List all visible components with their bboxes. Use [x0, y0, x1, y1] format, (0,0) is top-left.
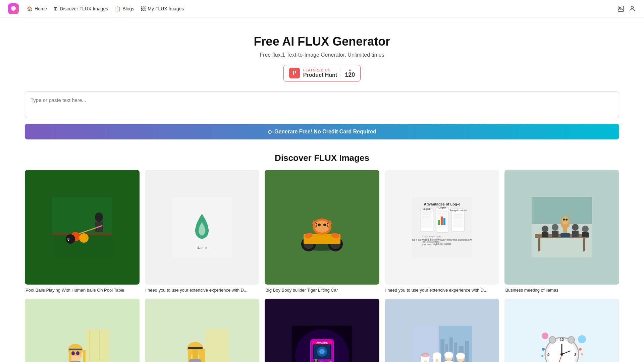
- ph-text: FEATURED ON Product Hunt: [303, 68, 337, 78]
- gallery-item-clock[interactable]: 12 3 6 9: [504, 299, 619, 362]
- svg-rect-87: [83, 350, 86, 362]
- svg-rect-62: [538, 238, 540, 251]
- blog-icon: 📋: [115, 6, 120, 11]
- app-logo[interactable]: [8, 3, 19, 14]
- svg-rect-97: [205, 329, 229, 362]
- user-profile-button[interactable]: [629, 5, 636, 12]
- svg-rect-52: [453, 217, 462, 218]
- gallery-item-loge[interactable]: Advantages of Log-e Logark Logark: [385, 170, 499, 293]
- svg-text:8: 8: [67, 237, 69, 241]
- svg-rect-63: [583, 238, 585, 251]
- svg-rect-42: [438, 211, 447, 212]
- gallery-item-arcade[interactable]: ARCADE: [265, 299, 379, 362]
- svg-rect-38: [422, 218, 429, 218]
- svg-rect-36: [422, 214, 429, 215]
- image-search-button[interactable]: [617, 5, 625, 12]
- svg-point-114: [319, 349, 325, 354]
- svg-rect-51: [453, 216, 461, 216]
- discover-title: Discover FLUX Images: [25, 153, 619, 163]
- svg-rect-79: [582, 232, 589, 237]
- svg-text:Budget control: Budget control: [450, 209, 467, 212]
- svg-rect-83: [99, 331, 100, 361]
- gallery-item-arab-meeting[interactable]: [385, 299, 499, 362]
- nav-blogs[interactable]: 📋 Blogs: [115, 6, 134, 11]
- ph-vote-count: ▲ 120: [340, 68, 355, 78]
- svg-text:9: 9: [547, 353, 549, 357]
- svg-rect-75: [560, 233, 570, 237]
- nav-home[interactable]: 🏠 Home: [27, 6, 47, 11]
- gallery-image-anime2: [145, 299, 260, 362]
- discover-section: Discover FLUX Images 8: [0, 149, 644, 362]
- svg-text:walk aither logic.: walk aither logic.: [422, 243, 438, 246]
- svg-rect-77: [572, 231, 579, 237]
- svg-point-175: [549, 337, 556, 343]
- svg-point-64: [542, 226, 548, 232]
- prompt-input[interactable]: [25, 92, 619, 118]
- svg-rect-134: [465, 341, 469, 362]
- svg-text:It runs tens of users: It runs tens of users: [422, 235, 441, 238]
- hero-title: Free AI FLUX Generator: [7, 35, 637, 49]
- svg-rect-65: [542, 232, 548, 237]
- svg-rect-146: [438, 356, 441, 362]
- svg-text:12: 12: [560, 338, 564, 342]
- nav-discover[interactable]: ⊞ Discover FLUX Images: [54, 6, 108, 11]
- svg-rect-140: [427, 357, 429, 362]
- svg-rect-122: [315, 359, 317, 362]
- gallery-row-1: 8 Pool Balls Playing With Human balls On…: [25, 170, 619, 293]
- gallery-item-llama[interactable]: Business meeting of llamas: [504, 170, 619, 293]
- svg-rect-49: [453, 213, 464, 228]
- svg-point-181: [542, 348, 545, 351]
- svg-rect-88: [69, 349, 82, 350]
- svg-rect-148: [445, 361, 453, 362]
- gallery-item-dalle[interactable]: dall·e i need you to use your extencive …: [145, 170, 260, 293]
- svg-point-70: [562, 217, 569, 225]
- svg-point-10: [79, 233, 89, 243]
- svg-rect-50: [453, 214, 463, 215]
- gallery-image-tiger: [265, 170, 379, 285]
- svg-rect-43: [438, 213, 445, 214]
- svg-rect-69: [563, 228, 567, 234]
- svg-rect-45: [441, 217, 443, 225]
- svg-point-76: [572, 224, 579, 231]
- gallery-item-anime2[interactable]: [145, 299, 260, 362]
- nav-right-actions: [617, 5, 636, 12]
- svg-rect-37: [422, 216, 430, 217]
- svg-point-179: [579, 348, 582, 351]
- svg-point-78: [582, 226, 589, 232]
- svg-rect-82: [89, 331, 90, 361]
- product-hunt-badge[interactable]: P FEATURED ON Product Hunt ▲ 120: [283, 65, 361, 81]
- gallery-image-anime1: [25, 299, 140, 362]
- svg-point-23: [315, 221, 329, 233]
- svg-point-176: [568, 337, 575, 343]
- svg-point-149: [444, 352, 453, 358]
- svg-rect-44: [438, 220, 440, 225]
- grid-icon: ⊞: [54, 6, 58, 11]
- svg-rect-93: [70, 361, 81, 362]
- gallery-image-arcade: ARCADE: [265, 299, 379, 362]
- gallery-image-clock: 12 3 6 9: [504, 299, 619, 362]
- svg-text:3: 3: [574, 353, 576, 357]
- gallery-image-loge: Advantages of Log-e Logark Logark: [385, 170, 499, 285]
- svg-rect-33: [421, 211, 432, 228]
- svg-text:dall·e: dall·e: [197, 245, 207, 250]
- svg-point-72: [566, 219, 568, 221]
- gallery-item-anime1[interactable]: [25, 299, 140, 362]
- gallery-item-pool-balls[interactable]: 8 Pool Balls Playing With Human balls On…: [25, 170, 140, 293]
- svg-text:ARCADE: ARCADE: [316, 341, 328, 344]
- gallery-image-arab-meeting: [385, 299, 499, 362]
- svg-point-180: [581, 353, 583, 355]
- hero-subtitle: Free flux.1 Text-to-Image Generator, Unl…: [7, 52, 637, 58]
- nav-my-images[interactable]: 🖼 My FLUX Images: [141, 6, 184, 11]
- svg-rect-139: [421, 357, 424, 362]
- svg-point-141: [421, 353, 429, 357]
- home-icon: 🏠: [27, 6, 33, 11]
- svg-point-71: [563, 219, 565, 221]
- svg-point-24: [318, 224, 321, 226]
- svg-text:Advantages of Log-e: Advantages of Log-e: [424, 202, 460, 206]
- gallery-caption-loge: i need you to use your extencive experie…: [385, 287, 499, 293]
- generate-icon: ◇: [268, 128, 272, 135]
- generate-button[interactable]: ◇ Generate Free! No Credit Card Required: [25, 124, 619, 139]
- svg-point-174: [560, 353, 563, 356]
- svg-point-90: [76, 351, 79, 355]
- gallery-item-tiger[interactable]: Big Boy Body builder Tiger Lifting Car: [265, 170, 379, 293]
